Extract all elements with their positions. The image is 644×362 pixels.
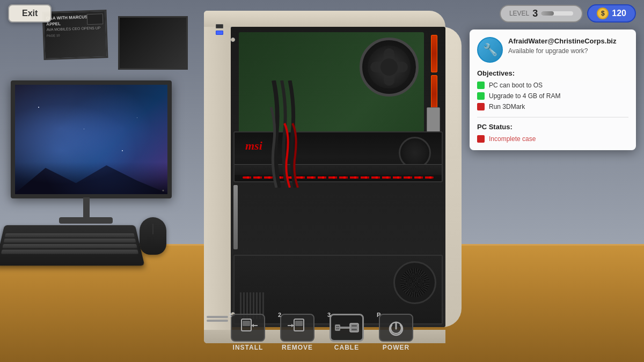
mouse (140, 217, 166, 255)
objective-status-2 (477, 103, 485, 110)
objectives-title: Objectives: (477, 69, 628, 77)
install-label: INSTALL (233, 344, 264, 351)
case-right-panel (443, 27, 462, 327)
objectives-section: Objectives: PC can boot to OS Upgrade to… (477, 69, 628, 110)
client-avatar: 🔧 (477, 37, 503, 63)
money-symbol: $ (601, 10, 605, 17)
wrench-icon: 🔧 (483, 43, 497, 57)
level-progress-bar (541, 11, 573, 16)
remove-icon (287, 318, 308, 337)
install-number: 1 (229, 312, 232, 318)
svg-rect-14 (352, 325, 357, 327)
pc-status-section: PC Status: Incomplete case (477, 123, 628, 143)
level-value: 3 (532, 8, 538, 19)
svg-rect-15 (352, 329, 357, 330)
objective-item-0: PC can boot to OS (477, 82, 628, 89)
level-label: LEVEL (509, 10, 529, 17)
money-value: 120 (612, 9, 626, 18)
case-interior: msi (231, 27, 445, 327)
power-label: POWER (383, 344, 409, 351)
svg-rect-11 (336, 328, 339, 329)
pc-status-text-0: Incomplete case (489, 135, 536, 143)
top-right-hud: LEVEL 3 $ 120 (500, 4, 636, 23)
money-icon: $ (597, 8, 609, 19)
objective-text-1: Upgrade to 4 GB of RAM (489, 92, 560, 100)
info-panel: 🔧 AfraidWater@ChristineCorps.biz Availab… (470, 29, 636, 150)
svg-rect-10 (336, 326, 339, 327)
power-button[interactable]: P POWER (372, 309, 420, 356)
cable-button[interactable]: 3 CABLE (323, 309, 370, 356)
monitor-stand (83, 197, 90, 219)
client-status: Available for upgrade work? (508, 47, 628, 55)
money-badge: $ 120 (587, 4, 636, 23)
toolbar: 1 INSTALL 2 REMOVE (0, 308, 644, 362)
pc-status-title: PC Status: (477, 123, 628, 131)
monitor-screen: ● (11, 80, 172, 198)
objective-text-0: PC can boot to OS (489, 82, 543, 89)
panel-divider (477, 117, 628, 117)
monitor-base (59, 217, 113, 224)
keyboard (0, 225, 145, 266)
cable-icon-wrap (330, 314, 364, 342)
objective-status-0 (477, 82, 485, 89)
cable-number: 3 (327, 312, 331, 318)
exit-button[interactable]: Exit (8, 4, 52, 23)
power-icon (385, 318, 407, 337)
svg-rect-2 (243, 321, 250, 326)
power-icon-wrap (379, 314, 413, 342)
objective-item-1: Upgrade to 4 GB of RAM (477, 92, 628, 100)
remove-icon-wrap (280, 314, 314, 342)
client-info: AfraidWater@ChristineCorps.biz Available… (508, 37, 628, 55)
pc-status-item-0: Incomplete case (477, 135, 628, 143)
svg-marker-0 (15, 165, 167, 193)
client-header: 🔧 AfraidWater@ChristineCorps.biz Availab… (477, 37, 628, 63)
remove-number: 2 (278, 312, 281, 318)
cable-label: CABLE (334, 344, 359, 351)
objective-status-1 (477, 92, 485, 100)
objective-item-2: Run 3DMark (477, 103, 628, 110)
install-icon (237, 318, 259, 337)
level-badge: LEVEL 3 (500, 5, 583, 23)
svg-rect-6 (295, 321, 303, 326)
install-button[interactable]: 1 INSTALL (224, 309, 272, 356)
pc-status-dot-0 (477, 135, 485, 143)
cable-icon (334, 317, 360, 338)
power-number: P (377, 312, 380, 318)
remove-button[interactable]: 2 REMOVE (274, 309, 321, 356)
objective-text-2: Run 3DMark (489, 103, 525, 110)
pc-case: msi (204, 11, 462, 343)
svg-rect-13 (350, 323, 358, 332)
top-bar: Exit LEVEL 3 $ 120 (0, 0, 644, 27)
client-email: AfraidWater@ChristineCorps.biz (508, 37, 628, 46)
install-icon-wrap (231, 314, 265, 342)
remove-label: REMOVE (282, 344, 313, 351)
level-fill (541, 11, 554, 16)
